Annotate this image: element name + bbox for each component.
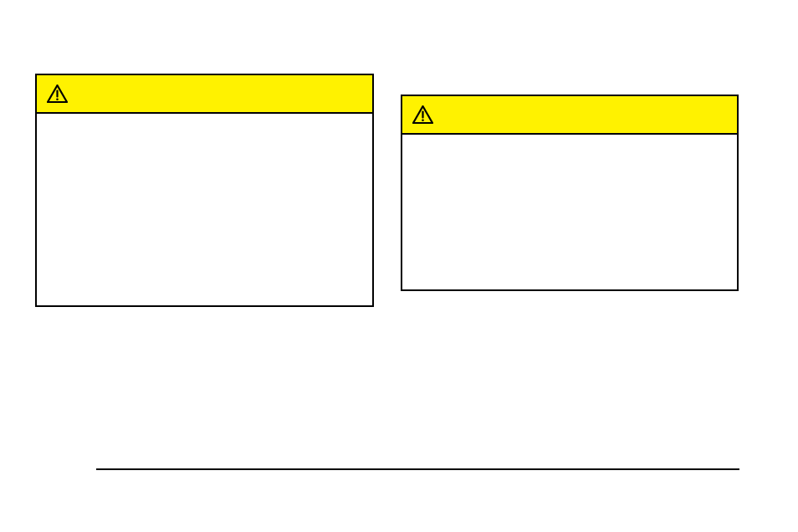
svg-point-5 <box>422 120 424 122</box>
horizontal-divider <box>96 468 739 470</box>
warning-box-right <box>401 95 739 291</box>
warning-body-left <box>37 114 372 134</box>
warning-box-left <box>35 74 374 307</box>
caution-triangle-icon <box>47 84 68 103</box>
warning-header-right <box>402 96 737 135</box>
caution-triangle-icon <box>412 105 433 124</box>
warning-header-left <box>37 75 372 114</box>
svg-point-2 <box>56 99 59 101</box>
warning-body-right <box>402 135 737 155</box>
